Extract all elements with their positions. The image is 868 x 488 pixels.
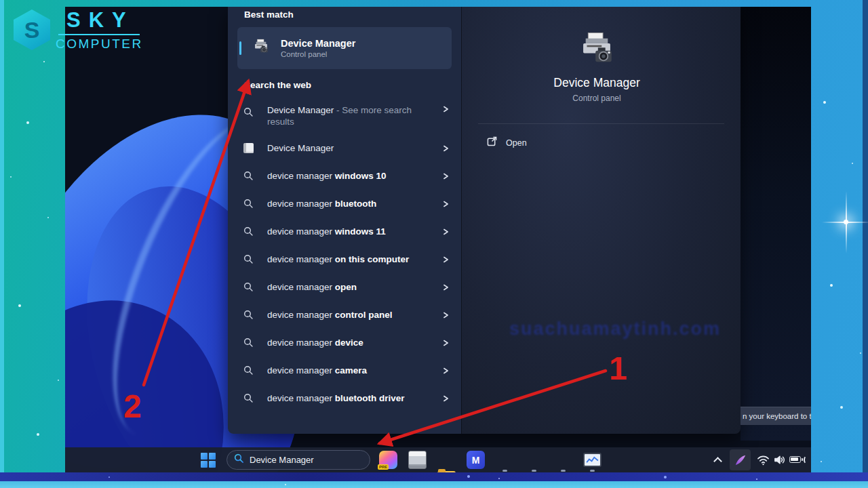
search-suggestion[interactable]: device manager windows 10 (228, 162, 461, 190)
chevron-right-icon (442, 171, 450, 181)
m-app-icon[interactable]: M (467, 451, 485, 469)
search-icon (243, 337, 254, 348)
clock-fragment (804, 455, 810, 464)
best-match-text: Device Manager Control panel (281, 37, 355, 60)
search-results-column: Best match Device Manager Control panel … (228, 7, 461, 434)
search-icon (243, 226, 254, 237)
suggestion-text: device manager bluetooth driver (267, 392, 422, 404)
search-suggestion[interactable]: Device Manager (228, 134, 461, 162)
search-suggestion[interactable]: device manager control panel (228, 301, 461, 329)
start-search-flyout: Best match Device Manager Control panel … (228, 7, 741, 434)
running-indicator (502, 470, 507, 472)
running-indicator (561, 470, 566, 472)
device-manager-icon (252, 38, 270, 58)
detail-title: Device Manager (462, 76, 732, 90)
search-suggestion[interactable]: device manager on this computer (228, 245, 461, 273)
search-icon (243, 281, 254, 293)
detail-divider (478, 123, 724, 124)
search-icon (243, 365, 254, 376)
best-match-header: Best match (244, 9, 294, 20)
frame-left-edge (0, 0, 4, 488)
open-label: Open (506, 138, 527, 148)
suggestion-text: device manager open (267, 281, 422, 293)
frame-bottom-strip (0, 472, 868, 481)
suggestion-text: device manager control panel (267, 309, 422, 321)
search-icon (243, 392, 254, 404)
chevron-right-icon (442, 310, 450, 320)
search-suggestion[interactable]: device manager camera (228, 357, 461, 384)
detail-subtitle: Control panel (462, 94, 732, 103)
chevron-right-icon (442, 283, 450, 292)
search-suggestion[interactable]: device manager windows 11 (228, 218, 461, 245)
open-action[interactable]: Open (487, 136, 527, 149)
search-suggestion[interactable]: device manager device (228, 329, 461, 357)
suggestion-text: device manager device (267, 337, 422, 348)
running-indicator (532, 470, 536, 472)
search-suggestion[interactable]: device manager bluetooth (228, 190, 461, 218)
search-icon (243, 253, 254, 265)
copilot-preview-badge: PRE (378, 464, 389, 470)
watermark: suachuamaytinh.com (469, 319, 761, 340)
logo-underline (58, 34, 140, 35)
star-specks (0, 0, 1, 1)
best-match-title: Device Manager (281, 37, 355, 49)
logo-text-computer: COMPUTER (56, 37, 143, 52)
chevron-right-icon (442, 338, 450, 348)
search-icon (243, 309, 254, 321)
best-match-item[interactable]: Device Manager Control panel (237, 27, 452, 69)
desktop-dark-area (741, 7, 811, 441)
search-icon (243, 170, 254, 182)
search-suggestion[interactable]: device manager open (228, 273, 461, 301)
star-flare (844, 220, 848, 224)
logo-hexagon-icon: S (14, 9, 50, 50)
chevron-right-icon (442, 366, 450, 375)
file-explorer-icon[interactable] (437, 471, 456, 472)
open-external-icon (487, 136, 497, 149)
running-indicator (590, 470, 595, 472)
best-match-subtitle: Control panel (281, 49, 355, 60)
device-manager-icon-large (577, 30, 616, 69)
tooltip-fragment: n your keyboard to t (741, 407, 811, 425)
printer-app-icon[interactable] (408, 451, 427, 469)
search-icon (243, 198, 254, 209)
app-icon (243, 142, 254, 154)
search-suggestion[interactable]: device manager bluetooth driver (228, 384, 461, 412)
search-icon (234, 453, 244, 466)
wifi-icon[interactable] (757, 453, 770, 466)
search-input[interactable] (250, 455, 358, 465)
suggestion-text: device manager camera (267, 365, 422, 376)
logo-text-sky: SKY (66, 8, 134, 33)
taskbar-search-box[interactable] (226, 450, 370, 470)
search-the-web-header: Search the web (244, 80, 311, 90)
chevron-right-icon (442, 199, 450, 209)
suggestion-text: device manager bluetooth (267, 198, 422, 209)
taskbar: PRE M (65, 447, 811, 472)
search-suggestion[interactable]: Device Manager - See more search results (228, 99, 461, 134)
chevron-right-icon (442, 227, 450, 237)
copilot-icon[interactable]: PRE (379, 451, 397, 469)
suggestion-text: Device Manager (267, 142, 422, 154)
pen-app-tray-icon[interactable] (730, 449, 751, 470)
system-monitor-icon[interactable] (583, 453, 601, 467)
search-icon (243, 106, 254, 118)
suggestion-text: Device Manager - See more search results (267, 104, 422, 127)
desktop-screen: Best match Device Manager Control panel … (65, 7, 811, 472)
frame-bottom-edge (0, 481, 868, 488)
result-detail-pane: Device Manager Control panel Open (461, 7, 741, 434)
tray-chevron-up-icon[interactable] (713, 457, 722, 466)
web-suggestion-list: Device Manager - See more search results… (228, 99, 461, 412)
chevron-right-icon (442, 255, 450, 264)
frame-right-edge (863, 0, 868, 488)
start-button[interactable] (201, 453, 215, 467)
suggestion-text: device manager on this computer (267, 253, 422, 265)
battery-icon[interactable] (789, 456, 801, 463)
suggestion-text: device manager windows 11 (267, 226, 422, 237)
volume-icon[interactable] (773, 453, 786, 466)
suggestion-text: device manager windows 10 (267, 170, 422, 182)
chevron-right-icon (442, 144, 450, 153)
chevron-right-icon (442, 104, 450, 114)
chevron-right-icon (442, 394, 450, 403)
